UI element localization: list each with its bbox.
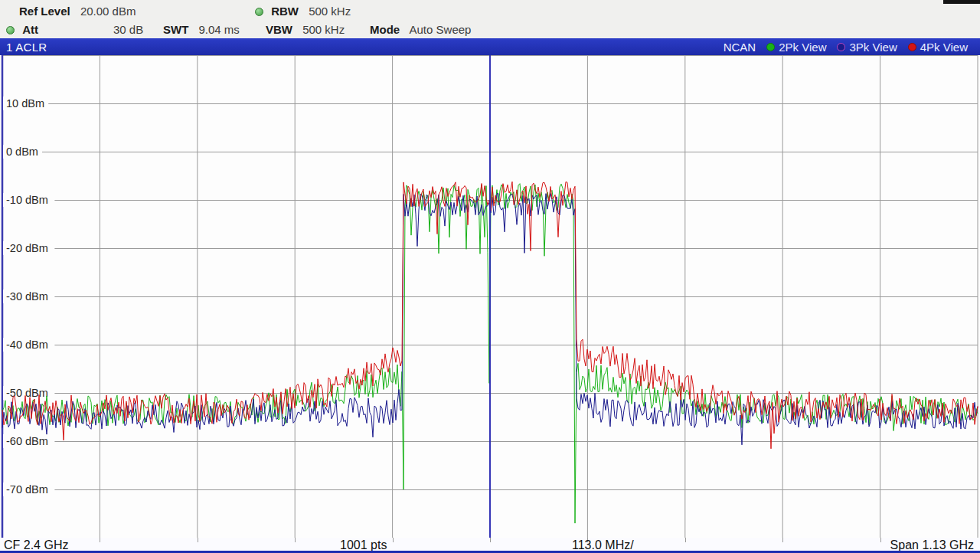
ref-level-value: 20.00 dBm [80, 5, 136, 18]
trace-3-legend[interactable]: 3Pk View [837, 41, 897, 54]
grid-stub [880, 538, 881, 542]
y-axis-tick-label: 10 dBm [6, 97, 44, 110]
grid-stub [685, 538, 686, 542]
swt-field[interactable]: SWT 9.04 ms [163, 23, 240, 36]
ref-level-label: Ref Level [19, 5, 70, 18]
y-axis-tick-label: -50 dBm [6, 387, 48, 399]
y-axis-tick-label: -10 dBm [6, 194, 48, 206]
grid-stub [295, 538, 296, 542]
vbw-value: 500 kHz [302, 23, 345, 36]
trace-2-label: 2Pk View [779, 41, 826, 54]
grid-stub [198, 538, 198, 542]
att-led-icon [6, 26, 15, 34]
y-axis-tick-label: -70 dBm [6, 483, 48, 496]
att-value[interactable]: 30 dB [113, 23, 143, 36]
rbw-value: 500 kHz [309, 5, 351, 18]
rbw-field[interactable]: RBW 500 kHz [255, 5, 351, 18]
spectrum-analyzer-screen: Ref Level 20.00 dBm RBW 500 kHz Att 30 d… [0, 0, 980, 553]
ncan-status: NCAN [724, 41, 756, 54]
grid-stub [782, 538, 783, 542]
window-titlebar: 1 ACLR NCAN 2Pk View 3Pk View 4Pk View [0, 38, 980, 55]
grid-stub [393, 538, 394, 542]
vbw-label: VBW [266, 23, 292, 36]
mode-label: Mode [370, 23, 400, 36]
grid-stub [490, 538, 491, 542]
att-field[interactable]: Att [6, 23, 45, 36]
mode-value: Auto Sweep [410, 23, 472, 36]
rbw-label: RBW [271, 5, 299, 18]
trace-2-legend[interactable]: 2Pk View [766, 41, 826, 54]
trace-3-dot-icon [837, 43, 845, 51]
y-axis-tick-label: 0 dBm [6, 146, 38, 158]
ref-level-field[interactable]: Ref Level 20.00 dBm [19, 5, 136, 18]
vbw-field[interactable]: VBW 500 kHz [266, 23, 345, 36]
trace-2-dot-icon [766, 43, 775, 51]
spectrum-plot-area[interactable]: 10 dBm0 dBm-10 dBm-20 dBm-30 dBm-40 dBm-… [0, 55, 980, 538]
swt-value: 9.04 ms [199, 23, 240, 36]
spectrum-chart: 10 dBm0 dBm-10 dBm-20 dBm-30 dBm-40 dBm-… [0, 55, 980, 538]
y-axis-tick-label: -30 dBm [6, 290, 48, 303]
trace-4-label: 4Pk View [920, 41, 968, 54]
y-axis-tick-label: -20 dBm [6, 242, 48, 254]
y-axis-tick-label: -60 dBm [6, 435, 48, 447]
y-axis-tick-label: -40 dBm [6, 339, 48, 351]
settings-header: Ref Level 20.00 dBm RBW 500 kHz Att 30 d… [0, 0, 980, 38]
att-label: Att [22, 23, 38, 36]
window-title[interactable]: 1 ACLR [6, 41, 47, 54]
trace-4-dot-icon [908, 43, 916, 51]
grid-stub [100, 538, 100, 542]
swt-label: SWT [163, 23, 188, 36]
screen-corner-strip [943, 0, 980, 4]
trace-3-label: 3Pk View [849, 41, 897, 54]
trace-4-legend[interactable]: 4Pk View [908, 41, 968, 54]
rbw-led-icon [255, 8, 263, 16]
mode-field[interactable]: Mode Auto Sweep [370, 23, 471, 36]
